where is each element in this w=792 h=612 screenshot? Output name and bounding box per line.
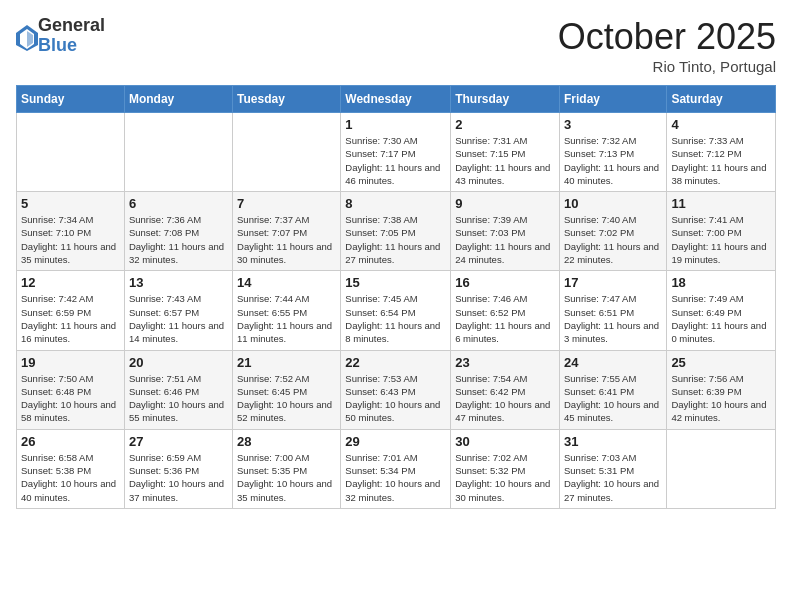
day-info: Sunrise: 7:45 AM Sunset: 6:54 PM Dayligh… [345, 292, 446, 345]
day-info: Sunrise: 7:00 AM Sunset: 5:35 PM Dayligh… [237, 451, 336, 504]
day-header-sunday: Sunday [17, 86, 125, 113]
logo-general: General [38, 16, 105, 36]
day-number: 15 [345, 275, 446, 290]
calendar-cell: 16Sunrise: 7:46 AM Sunset: 6:52 PM Dayli… [451, 271, 560, 350]
day-info: Sunrise: 7:49 AM Sunset: 6:49 PM Dayligh… [671, 292, 771, 345]
calendar-cell [17, 113, 125, 192]
calendar-cell: 5Sunrise: 7:34 AM Sunset: 7:10 PM Daylig… [17, 192, 125, 271]
day-header-wednesday: Wednesday [341, 86, 451, 113]
calendar-cell: 11Sunrise: 7:41 AM Sunset: 7:00 PM Dayli… [667, 192, 776, 271]
calendar-cell [667, 429, 776, 508]
calendar-cell: 29Sunrise: 7:01 AM Sunset: 5:34 PM Dayli… [341, 429, 451, 508]
calendar-week-row: 1Sunrise: 7:30 AM Sunset: 7:17 PM Daylig… [17, 113, 776, 192]
calendar-week-row: 12Sunrise: 7:42 AM Sunset: 6:59 PM Dayli… [17, 271, 776, 350]
calendar-header-row: SundayMondayTuesdayWednesdayThursdayFrid… [17, 86, 776, 113]
day-info: Sunrise: 6:59 AM Sunset: 5:36 PM Dayligh… [129, 451, 228, 504]
page-header: General Blue October 2025 Rio Tinto, Por… [16, 16, 776, 75]
day-info: Sunrise: 7:34 AM Sunset: 7:10 PM Dayligh… [21, 213, 120, 266]
day-number: 31 [564, 434, 662, 449]
day-info: Sunrise: 7:53 AM Sunset: 6:43 PM Dayligh… [345, 372, 446, 425]
calendar-cell: 8Sunrise: 7:38 AM Sunset: 7:05 PM Daylig… [341, 192, 451, 271]
day-number: 4 [671, 117, 771, 132]
calendar-cell: 20Sunrise: 7:51 AM Sunset: 6:46 PM Dayli… [124, 350, 232, 429]
calendar-cell: 7Sunrise: 7:37 AM Sunset: 7:07 PM Daylig… [233, 192, 341, 271]
day-info: Sunrise: 7:37 AM Sunset: 7:07 PM Dayligh… [237, 213, 336, 266]
calendar-cell: 13Sunrise: 7:43 AM Sunset: 6:57 PM Dayli… [124, 271, 232, 350]
logo: General Blue [16, 16, 105, 56]
day-info: Sunrise: 7:33 AM Sunset: 7:12 PM Dayligh… [671, 134, 771, 187]
day-number: 18 [671, 275, 771, 290]
day-number: 11 [671, 196, 771, 211]
logo-blue: Blue [38, 36, 105, 56]
day-info: Sunrise: 7:32 AM Sunset: 7:13 PM Dayligh… [564, 134, 662, 187]
day-number: 10 [564, 196, 662, 211]
day-info: Sunrise: 7:38 AM Sunset: 7:05 PM Dayligh… [345, 213, 446, 266]
calendar-cell [233, 113, 341, 192]
day-info: Sunrise: 7:39 AM Sunset: 7:03 PM Dayligh… [455, 213, 555, 266]
day-info: Sunrise: 7:52 AM Sunset: 6:45 PM Dayligh… [237, 372, 336, 425]
day-info: Sunrise: 7:01 AM Sunset: 5:34 PM Dayligh… [345, 451, 446, 504]
calendar-cell: 1Sunrise: 7:30 AM Sunset: 7:17 PM Daylig… [341, 113, 451, 192]
day-number: 2 [455, 117, 555, 132]
day-number: 25 [671, 355, 771, 370]
calendar-cell: 24Sunrise: 7:55 AM Sunset: 6:41 PM Dayli… [559, 350, 666, 429]
month-title: October 2025 [558, 16, 776, 58]
day-header-tuesday: Tuesday [233, 86, 341, 113]
calendar-cell: 19Sunrise: 7:50 AM Sunset: 6:48 PM Dayli… [17, 350, 125, 429]
calendar-cell: 6Sunrise: 7:36 AM Sunset: 7:08 PM Daylig… [124, 192, 232, 271]
day-number: 30 [455, 434, 555, 449]
day-number: 13 [129, 275, 228, 290]
day-number: 29 [345, 434, 446, 449]
day-info: Sunrise: 7:50 AM Sunset: 6:48 PM Dayligh… [21, 372, 120, 425]
day-info: Sunrise: 7:44 AM Sunset: 6:55 PM Dayligh… [237, 292, 336, 345]
day-number: 7 [237, 196, 336, 211]
day-number: 14 [237, 275, 336, 290]
logo-text: General Blue [38, 16, 105, 56]
calendar-cell: 3Sunrise: 7:32 AM Sunset: 7:13 PM Daylig… [559, 113, 666, 192]
calendar-week-row: 26Sunrise: 6:58 AM Sunset: 5:38 PM Dayli… [17, 429, 776, 508]
day-number: 16 [455, 275, 555, 290]
day-header-friday: Friday [559, 86, 666, 113]
day-info: Sunrise: 7:02 AM Sunset: 5:32 PM Dayligh… [455, 451, 555, 504]
day-info: Sunrise: 7:43 AM Sunset: 6:57 PM Dayligh… [129, 292, 228, 345]
day-info: Sunrise: 7:46 AM Sunset: 6:52 PM Dayligh… [455, 292, 555, 345]
calendar-cell [124, 113, 232, 192]
day-info: Sunrise: 6:58 AM Sunset: 5:38 PM Dayligh… [21, 451, 120, 504]
day-number: 5 [21, 196, 120, 211]
calendar-cell: 2Sunrise: 7:31 AM Sunset: 7:15 PM Daylig… [451, 113, 560, 192]
calendar-cell: 15Sunrise: 7:45 AM Sunset: 6:54 PM Dayli… [341, 271, 451, 350]
day-number: 6 [129, 196, 228, 211]
day-number: 3 [564, 117, 662, 132]
day-number: 9 [455, 196, 555, 211]
calendar-cell: 30Sunrise: 7:02 AM Sunset: 5:32 PM Dayli… [451, 429, 560, 508]
day-info: Sunrise: 7:47 AM Sunset: 6:51 PM Dayligh… [564, 292, 662, 345]
calendar-cell: 26Sunrise: 6:58 AM Sunset: 5:38 PM Dayli… [17, 429, 125, 508]
day-info: Sunrise: 7:42 AM Sunset: 6:59 PM Dayligh… [21, 292, 120, 345]
day-info: Sunrise: 7:56 AM Sunset: 6:39 PM Dayligh… [671, 372, 771, 425]
calendar-cell: 23Sunrise: 7:54 AM Sunset: 6:42 PM Dayli… [451, 350, 560, 429]
day-info: Sunrise: 7:03 AM Sunset: 5:31 PM Dayligh… [564, 451, 662, 504]
calendar-week-row: 5Sunrise: 7:34 AM Sunset: 7:10 PM Daylig… [17, 192, 776, 271]
day-number: 1 [345, 117, 446, 132]
day-number: 23 [455, 355, 555, 370]
day-number: 12 [21, 275, 120, 290]
calendar-cell: 21Sunrise: 7:52 AM Sunset: 6:45 PM Dayli… [233, 350, 341, 429]
day-header-saturday: Saturday [667, 86, 776, 113]
location-subtitle: Rio Tinto, Portugal [558, 58, 776, 75]
calendar-cell: 25Sunrise: 7:56 AM Sunset: 6:39 PM Dayli… [667, 350, 776, 429]
calendar-cell: 4Sunrise: 7:33 AM Sunset: 7:12 PM Daylig… [667, 113, 776, 192]
calendar-cell: 17Sunrise: 7:47 AM Sunset: 6:51 PM Dayli… [559, 271, 666, 350]
day-number: 28 [237, 434, 336, 449]
calendar-cell: 12Sunrise: 7:42 AM Sunset: 6:59 PM Dayli… [17, 271, 125, 350]
day-info: Sunrise: 7:30 AM Sunset: 7:17 PM Dayligh… [345, 134, 446, 187]
day-number: 19 [21, 355, 120, 370]
day-number: 21 [237, 355, 336, 370]
day-info: Sunrise: 7:40 AM Sunset: 7:02 PM Dayligh… [564, 213, 662, 266]
calendar-week-row: 19Sunrise: 7:50 AM Sunset: 6:48 PM Dayli… [17, 350, 776, 429]
day-number: 26 [21, 434, 120, 449]
day-number: 20 [129, 355, 228, 370]
day-header-thursday: Thursday [451, 86, 560, 113]
calendar-cell: 28Sunrise: 7:00 AM Sunset: 5:35 PM Dayli… [233, 429, 341, 508]
day-number: 8 [345, 196, 446, 211]
calendar-cell: 27Sunrise: 6:59 AM Sunset: 5:36 PM Dayli… [124, 429, 232, 508]
